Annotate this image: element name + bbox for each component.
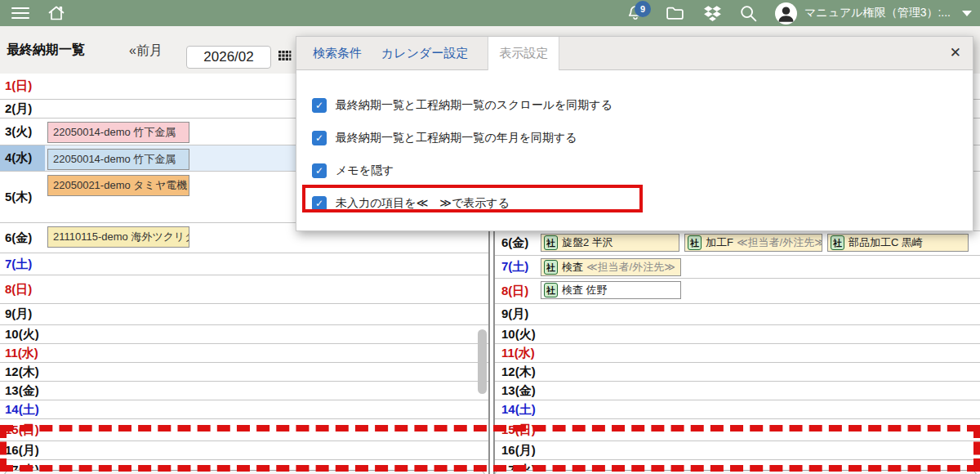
dropbox-icon[interactable]: [702, 2, 723, 24]
date-label: 12(木): [0, 363, 45, 381]
date-label: 8(日): [495, 279, 541, 303]
vertical-scrollbar-thumb[interactable]: [478, 329, 487, 394]
calendar-row[interactable]: 16(月): [0, 441, 488, 460]
home-icon[interactable]: [46, 2, 67, 24]
date-label: 11(水): [0, 344, 45, 362]
date-label: 13(金): [495, 382, 541, 400]
schedule-entry[interactable]: 社旋盤2 半沢: [541, 234, 679, 252]
date-label: 5(木): [0, 172, 45, 222]
date-label: 1(日): [0, 74, 45, 99]
company-badge: 社: [544, 260, 558, 275]
checkbox[interactable]: ✓: [312, 131, 327, 145]
tab-search-conditions[interactable]: 検索条件: [313, 37, 362, 69]
calendar-row[interactable]: 14(土): [0, 400, 488, 419]
date-label: 3(火): [0, 118, 45, 145]
date-label: 13(金): [0, 382, 45, 400]
checkbox-label: 最終納期一覧と工程納期一覧のスクロールを同期する: [336, 98, 612, 113]
calendar-row[interactable]: 7(土)社検査≪担当者/外注先≫: [495, 256, 980, 279]
calendar-grid-icon[interactable]: [278, 50, 292, 64]
calendar-row[interactable]: 15(日): [0, 419, 488, 441]
calendar-row[interactable]: 13(金): [495, 382, 980, 400]
calendar-row[interactable]: 12(木): [0, 363, 488, 382]
schedule-entry[interactable]: 22050014-demo 竹下金属: [47, 149, 189, 170]
calendar-row[interactable]: 9(月): [0, 304, 488, 325]
checkbox-label: メモを隠す: [336, 163, 394, 178]
entries: 22050021-demo タミヤ電機: [47, 175, 189, 196]
prev-month-button[interactable]: «前月: [129, 42, 163, 60]
schedule-entry[interactable]: 22050014-demo 竹下金属: [47, 122, 189, 143]
checkbox-row-sync-scroll[interactable]: ✓ 最終納期一覧と工程納期一覧のスクロールを同期する: [296, 89, 973, 122]
checkbox[interactable]: ✓: [312, 98, 327, 113]
date-label: 8(日): [0, 275, 45, 303]
caret-down-icon[interactable]: [962, 11, 972, 16]
schedule-entry[interactable]: 21110115-demo 海外ツクリダ: [47, 226, 189, 248]
entry-text: 検査: [562, 260, 583, 275]
calendar-row[interactable]: 10(火): [0, 325, 488, 344]
entry-text: 22050021-demo タミヤ電機: [53, 178, 187, 193]
tab-calendar-settings[interactable]: カレンダー設定: [381, 37, 468, 69]
schedule-entry[interactable]: 社部品加工C 黒崎: [827, 234, 969, 252]
check-icon: ✓: [315, 99, 323, 112]
avatar[interactable]: [775, 2, 797, 25]
entry-text: 旋盤2 半沢: [562, 235, 613, 250]
entries: 社検査 佐野: [541, 281, 681, 299]
notification-badge: 9: [635, 1, 651, 17]
schedule-entry[interactable]: 社検査 佐野: [541, 281, 681, 299]
checkbox-row-hide-memo[interactable]: ✓ メモを隠す: [296, 154, 973, 187]
company-badge: 社: [544, 283, 558, 297]
menu-icon[interactable]: [11, 7, 29, 19]
calendar-row[interactable]: 16(月): [495, 441, 980, 460]
calendar-row[interactable]: 8(日)社検査 佐野: [495, 279, 980, 304]
month-input[interactable]: [186, 46, 271, 69]
calendar-row[interactable]: 14(土): [495, 400, 980, 419]
calendar-row[interactable]: 13(金): [0, 382, 488, 400]
calendar-row[interactable]: 8(日): [0, 275, 488, 304]
schedule-entry[interactable]: 社加工F≪担当者/外注先≫: [684, 234, 822, 252]
entry-subtext: ≪担当者/外注先≫: [737, 235, 822, 250]
schedule-entry[interactable]: 22050021-demo タミヤ電機: [47, 175, 189, 196]
schedule-entry[interactable]: 社検査≪担当者/外注先≫: [541, 258, 681, 276]
settings-popup: 検索条件 カレンダー設定 表示設定 ✕ ✓ 最終納期一覧と工程納期一覧のスクロー…: [296, 36, 973, 231]
checkbox[interactable]: ✓: [312, 163, 327, 178]
bell-icon[interactable]: 9: [625, 2, 646, 24]
date-label: 9(月): [495, 304, 541, 324]
calendar-row[interactable]: 9(月): [495, 304, 980, 325]
checkbox[interactable]: ✓: [312, 196, 327, 211]
date-label: 7(土): [0, 253, 45, 275]
close-icon[interactable]: ✕: [950, 44, 961, 61]
date-label: 12(木): [495, 363, 541, 381]
entries: 22050014-demo 竹下金属: [47, 149, 189, 170]
calendar-row[interactable]: 6(金)社旋盤2 半沢社加工F≪担当者/外注先≫社部品加工C 黒崎: [495, 231, 980, 256]
date-label: 15(日): [495, 419, 541, 440]
checkbox-row-sync-month[interactable]: ✓ 最終納期一覧と工程納期一覧の年月を同期する: [296, 122, 973, 154]
calendar-row[interactable]: 10(火): [495, 325, 980, 344]
entries: 22050014-demo 竹下金属: [47, 122, 189, 143]
calendar-row[interactable]: 7(土): [0, 253, 488, 275]
checkbox-row-show-empty-items[interactable]: ✓ 未入力の項目を≪ ≫で表示する: [296, 187, 973, 220]
calendar-row[interactable]: 15(日): [495, 419, 980, 441]
date-label: 4(水): [0, 145, 45, 171]
calendar-row[interactable]: 12(木): [495, 363, 980, 382]
tab-display-settings[interactable]: 表示設定: [488, 37, 559, 70]
search-icon[interactable]: [737, 2, 759, 24]
calendar-row[interactable]: 11(水): [495, 344, 980, 363]
topbar: 9 マニュアル権限（管理3）:: [0, 0, 980, 26]
user-menu-label[interactable]: マニュアル権限（管理3）:...: [804, 6, 951, 20]
company-badge: 社: [831, 235, 844, 250]
folder-icon[interactable]: [664, 2, 685, 24]
date-label: 6(金): [495, 231, 541, 255]
date-label: 15(日): [0, 419, 45, 440]
entry-subtext: ≪担当者/外注先≫: [586, 260, 675, 275]
topbar-left: [0, 2, 67, 24]
topbar-right: 9 マニュアル権限（管理3）:: [625, 2, 980, 25]
date-label: 2(月): [0, 100, 45, 118]
app: 9 マニュアル権限（管理3）:: [0, 0, 980, 474]
popup-tabbar: 検索条件 カレンダー設定 表示設定: [296, 37, 973, 70]
date-label: 11(水): [495, 344, 541, 362]
check-icon: ✓: [315, 164, 323, 177]
entries: 21110115-demo 海外ツクリダ: [47, 226, 189, 248]
entry-text: 21110115-demo 海外ツクリダ: [53, 230, 189, 244]
calendar-row[interactable]: 11(水): [0, 344, 488, 363]
entry-text: 22050014-demo 竹下金属: [53, 152, 176, 167]
checkbox-label: 未入力の項目を≪ ≫で表示する: [336, 196, 510, 211]
